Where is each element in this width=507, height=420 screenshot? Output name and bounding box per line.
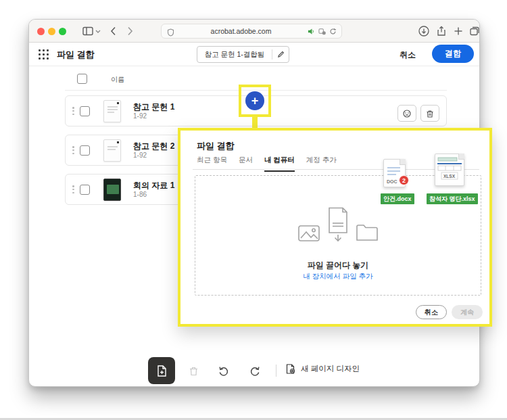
dropzone-title: 파일 끌어다 놓기 (195, 260, 481, 271)
docx-file-icon[interactable]: DOC 2 (383, 159, 406, 187)
app-grid-icon[interactable] (39, 49, 49, 60)
row-checkbox[interactable] (80, 106, 90, 116)
back-button[interactable] (107, 25, 120, 37)
address-bar[interactable]: acrobat.adobe.com (161, 24, 342, 39)
expand-pages-button[interactable] (397, 105, 416, 122)
new-page-design-button[interactable]: 새 페이지 디자인 (285, 363, 360, 375)
minimize-window-button[interactable] (48, 28, 55, 35)
insert-page-icon (155, 365, 168, 377)
toolbar-divider (276, 365, 276, 377)
addressbar-icons (308, 28, 337, 35)
file-thumbnail (103, 179, 121, 201)
file-page-range: 1-86 (133, 191, 147, 198)
name-column-header: 이름 (111, 75, 124, 85)
app-header: 파일 결합 참고 문헌 1-결합됨 취소 결합 (29, 43, 479, 66)
row-checkbox[interactable] (80, 145, 90, 156)
translate-icon[interactable] (318, 28, 326, 35)
row-checkbox[interactable] (80, 185, 90, 195)
share-icon[interactable] (435, 25, 448, 37)
dropzone-icons (297, 207, 379, 242)
docx-file-label: 안건.docx (381, 193, 414, 204)
combined-filename-field[interactable]: 참고 문헌 1-결합됨 (197, 46, 289, 63)
combine-button[interactable]: 결합 (432, 45, 474, 63)
dialog-cancel-button[interactable]: 취소 (416, 305, 447, 319)
svg-text:XLSX: XLSX (443, 174, 456, 179)
tab-overview-icon[interactable] (468, 25, 481, 37)
maximize-window-button[interactable] (59, 28, 66, 35)
combined-filename-value: 참고 문헌 1-결합됨 (197, 50, 272, 60)
cancel-button[interactable]: 취소 (400, 49, 416, 61)
new-tab-icon[interactable] (452, 25, 464, 37)
file-count-badge: 2 (399, 175, 409, 185)
add-from-device-link[interactable]: 내 장치에서 파일 추가 (195, 272, 481, 281)
add-files-button[interactable]: + (245, 91, 264, 110)
delete-file-button[interactable] (420, 105, 439, 122)
svg-text:DOC: DOC (387, 179, 397, 184)
file-page-range: 1-92 (133, 151, 147, 159)
url-text: acrobat.adobe.com (174, 27, 308, 35)
add-files-dialog: 파일 결합 최근 항목 문서 내 컴퓨터 계정 추가 (178, 128, 492, 327)
privacy-shield-icon (167, 27, 174, 35)
file-thumbnail (103, 100, 121, 122)
insert-page-button[interactable] (148, 357, 175, 384)
drag-handle-icon[interactable] (71, 184, 76, 196)
xlsx-file-icon[interactable]: XLSX (435, 154, 464, 186)
edit-filename-icon[interactable] (272, 51, 289, 58)
dialog-continue-button[interactable]: 계속 (452, 305, 483, 319)
xlsx-file-label: 참석자 명단.xlsx (427, 193, 478, 204)
sidebar-toggle-icon[interactable] (82, 25, 94, 37)
new-page-design-icon (285, 363, 296, 375)
drag-handle-icon[interactable] (71, 145, 76, 157)
file-thumbnail (103, 139, 121, 162)
file-name: 참고 문헌 1 (133, 101, 174, 113)
sidebar-chevron-icon[interactable] (95, 25, 101, 37)
drag-handle-icon[interactable] (71, 106, 76, 118)
screenshot-stage: acrobat.adobe.com 파일 (0, 0, 507, 420)
redo-button[interactable] (247, 363, 262, 378)
dialog-title: 파일 결합 (197, 140, 235, 152)
reload-icon[interactable] (329, 28, 337, 35)
document-icon (324, 207, 352, 242)
undo-button[interactable] (216, 363, 231, 378)
file-name: 참고 문헌 2 (133, 141, 174, 152)
folder-icon (356, 223, 379, 242)
delete-page-button[interactable] (186, 363, 201, 378)
browser-toolbar: acrobat.adobe.com (29, 20, 479, 43)
new-page-design-label: 새 페이지 디자인 (301, 364, 360, 374)
forward-button[interactable] (124, 25, 136, 37)
select-all-checkbox[interactable] (77, 74, 87, 84)
browser-window: acrobat.adobe.com 파일 (28, 19, 480, 387)
audio-icon[interactable] (308, 28, 315, 35)
file-name: 회의 자료 1 (133, 180, 174, 191)
image-icon (297, 223, 320, 242)
page-title: 파일 결합 (57, 49, 95, 61)
close-window-button[interactable] (37, 28, 45, 35)
downloads-icon[interactable] (418, 25, 430, 37)
file-page-range: 1-92 (133, 112, 147, 120)
